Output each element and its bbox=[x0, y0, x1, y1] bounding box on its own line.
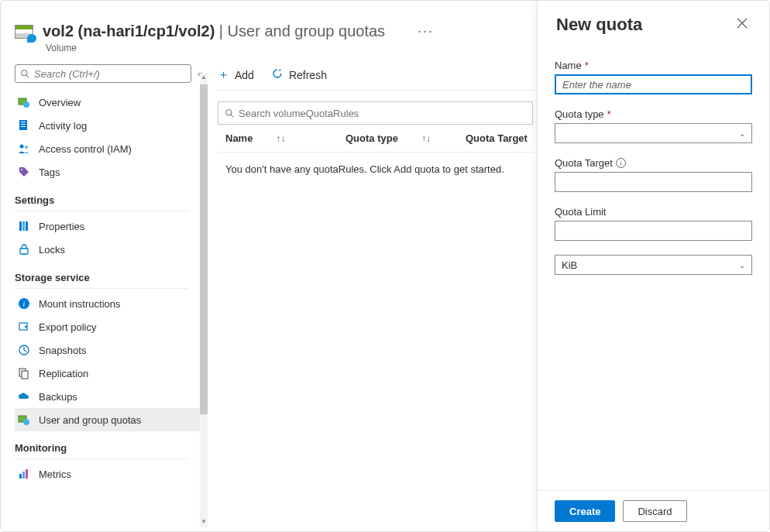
sidebar-item-locks[interactable]: Locks bbox=[15, 238, 202, 261]
sidebar-item-label: Activity log bbox=[39, 120, 87, 132]
title-bold: vol2 (na-hari1/cp1/vol2) bbox=[43, 22, 215, 39]
page-title: vol2 (na-hari1/cp1/vol2) | User and grou… bbox=[43, 22, 385, 40]
section-settings: Settings bbox=[15, 184, 188, 211]
empty-state-message: You don't have any quotaRules. Click Add… bbox=[218, 153, 533, 175]
sidebar-item-metrics[interactable]: Metrics bbox=[15, 462, 202, 486]
add-button[interactable]: ＋ Add bbox=[218, 67, 254, 82]
plus-icon: ＋ bbox=[218, 67, 229, 82]
lock-icon bbox=[18, 243, 30, 256]
sidebar-item-label: Locks bbox=[39, 244, 65, 256]
column-quota-type[interactable]: Quota type ↑↓ bbox=[345, 132, 466, 144]
quota-type-label: Quota type* bbox=[555, 108, 752, 120]
quota-limit-label: Quota Limit bbox=[555, 206, 752, 218]
scroll-down-icon[interactable]: ▼ bbox=[200, 518, 208, 527]
sidebar-item-export-policy[interactable]: Export policy bbox=[15, 315, 202, 338]
refresh-button[interactable]: Refresh bbox=[271, 67, 327, 82]
log-icon bbox=[18, 119, 30, 132]
quota-type-select[interactable]: ⌄ bbox=[555, 123, 752, 143]
resource-type: Volume bbox=[46, 43, 524, 53]
svg-line-27 bbox=[231, 115, 233, 117]
title-sub: | User and group quotas bbox=[215, 22, 385, 39]
svg-point-26 bbox=[226, 109, 232, 115]
sidebar-item-snapshots[interactable]: Snapshots bbox=[15, 338, 202, 362]
scrollbar-thumb[interactable] bbox=[200, 84, 208, 414]
refresh-label: Refresh bbox=[289, 69, 327, 81]
properties-icon bbox=[18, 220, 30, 232]
cloud-icon bbox=[18, 390, 30, 403]
new-quota-panel: New quota Name* Quota type* ⌄ Quota Targ… bbox=[537, 1, 769, 531]
sidebar-search[interactable] bbox=[15, 64, 191, 83]
quotas-icon bbox=[18, 414, 30, 426]
panel-footer: Create Discard bbox=[538, 490, 769, 531]
sidebar-item-tags[interactable]: Tags bbox=[15, 160, 202, 184]
sidebar-item-activity-log[interactable]: Activity log bbox=[15, 114, 202, 137]
chevron-down-icon: ⌄ bbox=[739, 261, 745, 269]
iam-icon bbox=[18, 142, 30, 155]
sidebar-item-properties[interactable]: Properties bbox=[15, 215, 202, 238]
svg-line-1 bbox=[26, 75, 29, 77]
sidebar-item-label: Export policy bbox=[39, 321, 96, 333]
name-label: Name* bbox=[555, 60, 752, 71]
sidebar-item-access-control[interactable]: Access control (IAM) bbox=[15, 137, 202, 160]
sidebar-item-mount-instructions[interactable]: i Mount instructions bbox=[15, 292, 202, 315]
close-icon bbox=[737, 18, 748, 29]
sidebar-item-label: Overview bbox=[39, 97, 81, 108]
svg-rect-14 bbox=[20, 249, 28, 254]
main-content: ＋ Add Refresh Name ↑↓ bbox=[202, 58, 538, 531]
svg-rect-4 bbox=[19, 120, 27, 130]
discard-button[interactable]: Discard bbox=[623, 500, 686, 522]
section-storage-service: Storage service bbox=[15, 261, 188, 289]
svg-rect-24 bbox=[22, 472, 25, 479]
sidebar-scrollbar[interactable]: ▲ ▼ bbox=[200, 74, 208, 527]
sort-icon: ↑↓ bbox=[276, 133, 285, 144]
scroll-up-icon[interactable]: ▲ bbox=[200, 74, 208, 83]
sidebar-item-replication[interactable]: Replication bbox=[15, 362, 202, 385]
search-icon bbox=[225, 108, 235, 118]
sidebar-item-overview[interactable]: Overview bbox=[15, 91, 202, 114]
info-icon: i bbox=[18, 297, 30, 310]
refresh-icon bbox=[271, 67, 284, 82]
quota-target-input[interactable] bbox=[555, 172, 752, 192]
sidebar-item-label: Backups bbox=[39, 391, 77, 403]
sidebar-item-label: Tags bbox=[39, 166, 60, 178]
export-icon bbox=[18, 321, 30, 333]
svg-rect-11 bbox=[19, 221, 22, 231]
svg-rect-12 bbox=[22, 221, 25, 231]
quota-limit-unit-select[interactable]: KiB ⌄ bbox=[555, 255, 752, 275]
tags-icon bbox=[18, 166, 30, 178]
name-input[interactable] bbox=[555, 74, 752, 94]
svg-rect-6 bbox=[21, 124, 26, 125]
unit-value: KiB bbox=[562, 259, 577, 271]
page-header: vol2 (na-hari1/cp1/vol2) | User and grou… bbox=[1, 1, 538, 58]
column-quota-target[interactable]: Quota Target bbox=[466, 132, 528, 144]
more-actions-button[interactable]: ··· bbox=[418, 23, 434, 39]
table-header: Name ↑↓ Quota type ↑↓ Quota Target bbox=[218, 125, 533, 153]
sidebar-item-label: User and group quotas bbox=[39, 414, 141, 426]
quota-limit-input[interactable] bbox=[555, 221, 752, 241]
svg-rect-13 bbox=[26, 221, 28, 231]
sidebar-item-label: Replication bbox=[39, 368, 88, 379]
sidebar-item-backups[interactable]: Backups bbox=[15, 385, 202, 408]
svg-point-10 bbox=[21, 169, 22, 170]
svg-rect-7 bbox=[21, 126, 26, 127]
create-button[interactable]: Create bbox=[555, 500, 615, 522]
close-panel-button[interactable] bbox=[734, 15, 751, 35]
add-label: Add bbox=[235, 69, 254, 81]
sidebar-item-user-group-quotas[interactable]: User and group quotas bbox=[15, 408, 202, 431]
svg-point-3 bbox=[23, 101, 29, 108]
rules-search[interactable] bbox=[218, 101, 533, 125]
column-name[interactable]: Name ↑↓ bbox=[225, 132, 345, 144]
toolbar: ＋ Add Refresh bbox=[218, 64, 533, 91]
svg-point-8 bbox=[20, 145, 24, 149]
svg-point-0 bbox=[22, 70, 27, 75]
info-icon[interactable]: i bbox=[616, 158, 626, 168]
chart-icon bbox=[18, 468, 30, 480]
sidebar-search-input[interactable] bbox=[34, 68, 186, 80]
section-monitoring: Monitoring bbox=[15, 431, 188, 459]
quota-target-label: Quota Target i bbox=[555, 157, 752, 169]
svg-rect-25 bbox=[26, 469, 28, 479]
svg-point-22 bbox=[23, 419, 29, 425]
overview-icon bbox=[18, 96, 30, 108]
rules-search-input[interactable] bbox=[239, 108, 526, 119]
copy-icon bbox=[18, 367, 30, 379]
